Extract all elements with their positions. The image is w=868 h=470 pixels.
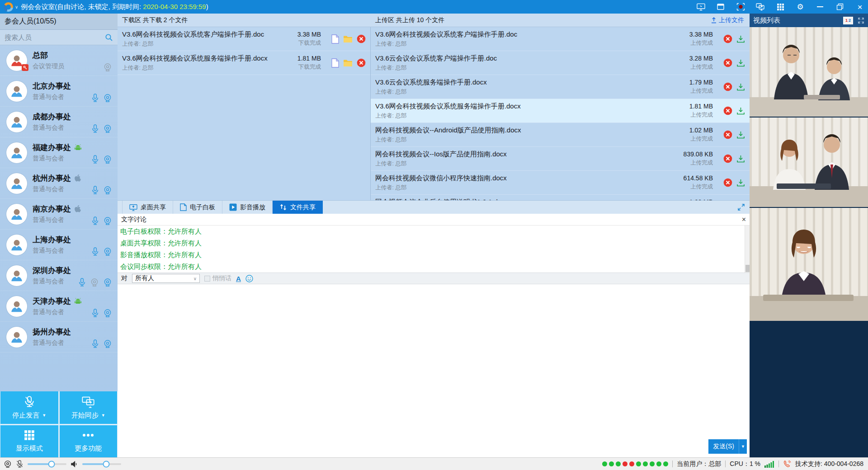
chat-close-icon[interactable]: × <box>742 216 746 223</box>
camera-icon[interactable] <box>103 247 112 256</box>
camera-icon[interactable] <box>103 278 112 287</box>
grid-layout-icon[interactable] <box>776 2 785 11</box>
screen-share-icon[interactable] <box>696 2 705 11</box>
download-icon[interactable] <box>736 179 745 187</box>
participant-row[interactable]: 天津办事处 普通与会者 <box>0 291 118 322</box>
camera-icon[interactable] <box>103 339 112 348</box>
mic-icon[interactable] <box>91 124 99 133</box>
camera-disabled-icon[interactable] <box>103 63 112 72</box>
upload-file-row[interactable]: 网会科技视频会议--Android版产品使用指南.docx 上传者: 总部 1.… <box>371 123 750 147</box>
caret-down-icon[interactable]: ▼ <box>101 413 105 418</box>
camera-icon[interactable] <box>103 94 112 103</box>
tab-whiteboard[interactable]: 电子白板 <box>173 201 222 214</box>
delete-icon[interactable] <box>723 58 732 67</box>
expand-icon[interactable] <box>737 203 745 211</box>
download-icon[interactable] <box>736 155 745 163</box>
recipient-select[interactable]: 所有人 ∨ <box>132 274 200 283</box>
mic-volume-slider[interactable] <box>28 463 66 465</box>
start-sync-button[interactable]: 开始同步▼ <box>60 391 118 424</box>
mic-icon[interactable] <box>91 309 99 318</box>
stop-speaking-button[interactable]: 停止发言▼ <box>0 391 58 424</box>
tab-media-play[interactable]: 影音播放 <box>222 201 273 214</box>
font-icon[interactable]: A <box>236 275 241 282</box>
participant-row[interactable]: 总部 会议管理员 <box>0 45 118 76</box>
participant-row[interactable]: 上海办事处 普通与会者 <box>0 230 118 260</box>
delete-icon[interactable] <box>723 82 732 91</box>
delete-icon[interactable] <box>723 178 732 187</box>
camera-icon[interactable] <box>103 155 112 164</box>
slider-knob[interactable] <box>103 461 110 467</box>
participant-search[interactable] <box>0 30 118 45</box>
delete-icon[interactable] <box>723 106 732 115</box>
checkbox[interactable] <box>204 276 210 282</box>
speaker-icon[interactable] <box>71 461 78 468</box>
participant-row[interactable]: 成都办事处 普通与会者 <box>0 107 118 137</box>
open-folder-icon[interactable] <box>343 59 353 67</box>
emoji-icon[interactable] <box>245 275 253 282</box>
camera-icon[interactable] <box>103 186 112 195</box>
upload-file-row[interactable]: V3.6网会科技视频会议系统服务端操作手册.docx 上传者: 总部 1.81 … <box>371 99 750 123</box>
mic-icon[interactable] <box>91 155 99 164</box>
camera-icon[interactable] <box>103 309 112 318</box>
webcam-status-icon[interactable] <box>4 460 12 468</box>
layout-1-2-icon[interactable]: 12 <box>843 17 853 24</box>
more-functions-button[interactable]: 更多功能 <box>60 425 118 458</box>
chevron-down-icon[interactable]: ∨ <box>15 5 18 9</box>
fullscreen-icon[interactable] <box>858 17 864 24</box>
participant-row[interactable]: 深圳办事处 普通与会者 <box>0 260 118 291</box>
open-folder-icon[interactable] <box>343 35 353 43</box>
camera-icon[interactable] <box>103 216 112 226</box>
caret-down-icon[interactable]: ▼ <box>42 413 46 418</box>
download-icon[interactable] <box>736 107 745 115</box>
mic-icon[interactable] <box>78 278 86 287</box>
sync-screens-icon[interactable] <box>756 2 765 11</box>
mic-icon[interactable] <box>91 186 99 195</box>
upload-file-row[interactable]: V3.6云会议系统服务端操作手册.docx 上传者: 总部 1.79 MB 上传… <box>371 75 750 99</box>
delete-icon[interactable] <box>357 58 366 67</box>
record-icon[interactable] <box>736 2 745 11</box>
upload-file-button[interactable]: 上传文件 <box>711 16 744 24</box>
window-mode-icon[interactable] <box>716 2 725 11</box>
delete-icon[interactable] <box>723 130 732 139</box>
download-icon[interactable] <box>736 59 745 67</box>
send-options-caret[interactable]: ▼ <box>739 439 747 454</box>
participant-row[interactable]: 福建办事处 普通与会者 <box>0 137 118 168</box>
participant-row[interactable]: 南京办事处 普通与会者 <box>0 199 118 230</box>
mic-icon[interactable] <box>91 339 99 348</box>
message-input[interactable]: 发送(S) ▼ <box>118 284 750 457</box>
tab-desktop-share[interactable]: 桌面共享 <box>122 201 173 214</box>
video-thumbnail[interactable] <box>750 118 868 207</box>
download-icon[interactable] <box>736 35 745 43</box>
upload-file-row[interactable]: 网会视频会议企业后台使用说明书1.0.1.docx 上传者: 总部 1.23 M… <box>371 195 750 200</box>
send-button[interactable]: 发送(S) ▼ <box>708 439 747 454</box>
open-file-icon[interactable] <box>331 58 339 68</box>
mic-icon[interactable] <box>91 94 99 103</box>
participant-row[interactable]: 杭州办事处 普通与会者 <box>0 168 118 199</box>
delete-icon[interactable] <box>723 34 732 43</box>
display-mode-button[interactable]: 显示模式 <box>0 425 58 458</box>
tab-file-share[interactable]: 文件共享 <box>273 201 323 214</box>
chat-scrollbar[interactable] <box>745 226 750 273</box>
search-input[interactable] <box>5 33 105 41</box>
video-thumbnail[interactable] <box>750 27 868 117</box>
mic-muted-icon[interactable] <box>16 460 24 468</box>
upload-file-row[interactable]: V3.6云会议会议系统客户端操作手册.doc 上传者: 总部 3.28 MB 上… <box>371 51 750 75</box>
download-icon[interactable] <box>736 131 745 139</box>
participant-row[interactable]: 北京办事处 普通与会者 <box>0 76 118 107</box>
minimize-button[interactable] <box>816 2 825 11</box>
download-icon[interactable] <box>736 83 745 91</box>
delete-icon[interactable] <box>357 34 366 43</box>
close-button[interactable]: × <box>855 2 864 11</box>
scrollbar-thumb[interactable] <box>745 265 750 272</box>
speaker-volume-slider[interactable] <box>82 463 121 465</box>
participant-row[interactable]: 扬州办事处 普通与会者 <box>0 322 118 352</box>
download-file-row[interactable]: V3.6网会科技视频会议系统客户端操作手册.doc 上传者: 总部 3.38 M… <box>118 27 370 51</box>
delete-icon[interactable] <box>723 154 732 163</box>
search-icon[interactable] <box>105 33 113 42</box>
mic-icon[interactable] <box>91 216 99 226</box>
camera-disabled-icon[interactable] <box>90 278 99 287</box>
whisper-checkbox[interactable]: 悄悄话 <box>204 274 231 282</box>
camera-icon[interactable] <box>103 124 112 133</box>
upload-file-row[interactable]: V3.6网会科技视频会议系统客户端操作手册.doc 上传者: 总部 3.38 M… <box>371 27 750 51</box>
upload-file-row[interactable]: 网会科技视频会议--Ios版产品使用指南.docx 上传者: 总部 839.08… <box>371 147 750 171</box>
